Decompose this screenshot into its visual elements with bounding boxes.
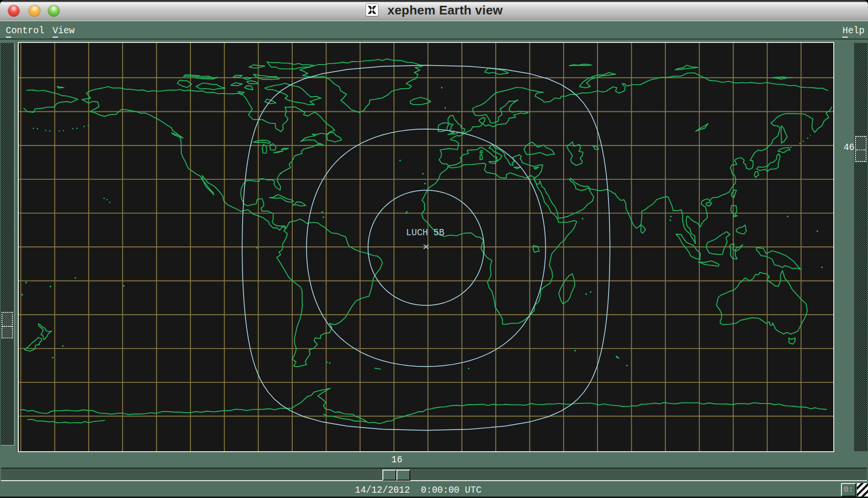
svg-text:LUCH 5B: LUCH 5B: [406, 227, 445, 238]
